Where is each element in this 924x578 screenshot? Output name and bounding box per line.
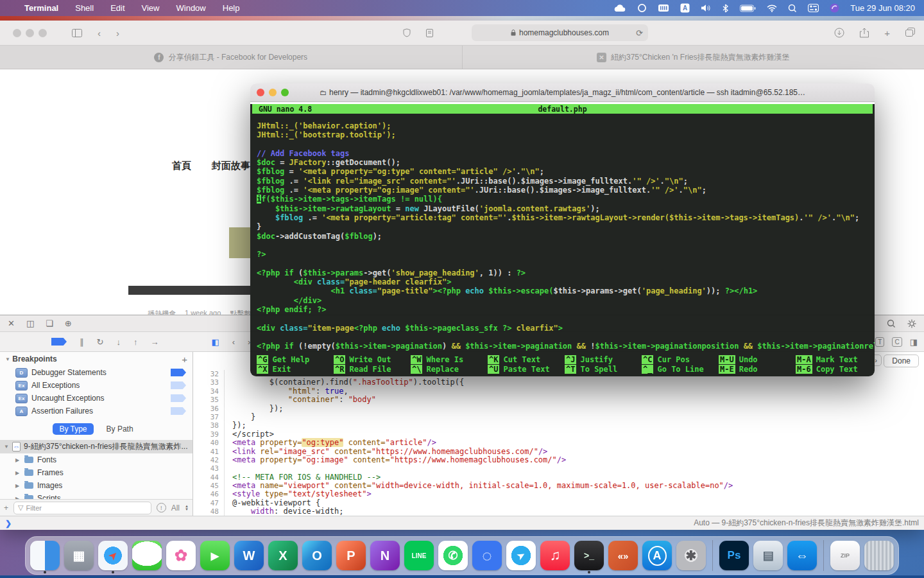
dock-app-line[interactable]: LINE <box>404 538 434 573</box>
zoom-button[interactable] <box>38 29 47 37</box>
terminal-content[interactable]: GNU nano 4.8 default.php JHtml::_('behav… <box>250 104 875 376</box>
sidebar-panel-toggle-icon[interactable]: ◧ <box>211 337 219 347</box>
dock-app-teamviewer[interactable]: ⇔ <box>787 538 817 573</box>
menu-item-help[interactable]: Help <box>223 3 240 13</box>
line-number[interactable]: 40 <box>193 439 225 447</box>
dock-app-photoshop[interactable]: Ps <box>719 538 749 573</box>
dock-app-word[interactable]: W <box>234 538 264 573</box>
filter-scope-label[interactable]: All <box>171 504 180 512</box>
chevron-updown-icon[interactable]: ▲▼ <box>185 505 189 511</box>
share-icon[interactable] <box>860 28 869 39</box>
close-button[interactable] <box>13 29 21 37</box>
resource-folder-images[interactable]: ▶Images <box>0 479 193 492</box>
dock-app-telegram[interactable]: ➤ <box>506 538 536 573</box>
line-number[interactable]: 35 <box>193 396 225 404</box>
dock-app-excel[interactable]: X <box>268 538 298 573</box>
address-bar[interactable]: homemagclubhouses.com ⟳ <box>472 24 648 41</box>
battery-icon[interactable] <box>740 4 756 12</box>
step-over-icon[interactable]: ↻ <box>97 337 104 347</box>
line-number[interactable]: 44 <box>193 473 225 482</box>
resource-folder-frames[interactable]: ▶Frames <box>0 466 193 479</box>
reload-icon[interactable]: ⟳ <box>636 28 643 38</box>
filter-input[interactable]: ▽ Filter <box>13 502 151 514</box>
minimize-button[interactable] <box>26 29 34 37</box>
breakpoint-flag[interactable] <box>171 394 186 402</box>
settings-gear-icon[interactable] <box>907 319 916 328</box>
type-profiler-icon[interactable]: T <box>875 337 884 347</box>
browser-tab[interactable]: ✕紐約375°Chicken 'n Fries排長龍熱賣無激素炸雞漢堡 <box>463 46 924 69</box>
code-coverage-icon[interactable]: C <box>892 337 902 347</box>
element-picker-icon[interactable]: ⊕ <box>65 319 72 328</box>
webpage-nav-item[interactable]: 首頁 <box>172 160 191 172</box>
line-number[interactable]: 41 <box>193 448 225 456</box>
close-inspector-icon[interactable]: ✕ <box>8 319 15 328</box>
dock-app-trash[interactable] <box>864 538 894 573</box>
dock-app-powerpoint[interactable]: P <box>336 538 366 573</box>
breakpoints-header[interactable]: ▼ Breakpoints + <box>0 352 193 366</box>
breakpoint-flag[interactable] <box>171 381 186 389</box>
dock-app-app-store[interactable]: A <box>642 538 672 573</box>
dock-app-photos[interactable]: ✿ <box>166 538 196 573</box>
disclosure-triangle-icon[interactable]: ▶ <box>15 483 21 489</box>
add-filter-icon[interactable]: + <box>4 504 8 512</box>
assistant-icon[interactable] <box>830 3 839 13</box>
forward-icon[interactable]: › <box>116 28 119 39</box>
scope-tab-by-type[interactable]: By Type <box>53 423 93 435</box>
dock-app-messages[interactable] <box>132 538 162 573</box>
browser-tab[interactable]: f分享偵錯工具 - Facebook for Developers <box>0 46 463 69</box>
reader-icon[interactable] <box>426 29 433 37</box>
dock-window-icon[interactable]: ❏ <box>46 319 53 328</box>
issues-icon[interactable]: ! <box>157 503 166 512</box>
dock-app-system-preferences[interactable]: ✱ <box>676 538 706 573</box>
line-number[interactable]: 47 <box>193 499 225 507</box>
step-next-icon[interactable]: → <box>150 337 158 347</box>
webpage-nav-item[interactable]: 封面故事 <box>212 160 250 172</box>
menu-item-view[interactable]: View <box>142 3 160 13</box>
dock-app-signal[interactable]: ◌ <box>472 538 502 573</box>
line-number[interactable]: 34 <box>193 387 225 396</box>
scope-tab-by-path[interactable]: By Path <box>100 423 140 435</box>
spotlight-icon[interactable] <box>788 4 797 13</box>
disclosure-triangle-icon[interactable]: ▼ <box>4 444 9 450</box>
tab-overview-icon[interactable] <box>905 28 915 39</box>
dock-app-safari[interactable]: ➤ <box>98 538 128 573</box>
line-number[interactable]: 48 <box>193 507 225 516</box>
dock-side-icon[interactable]: ◫ <box>26 319 34 328</box>
bluetooth-icon[interactable] <box>722 4 729 13</box>
terminal-titlebar[interactable]: 🗀henry — itadmin@hkgcldlixweb01: /var/ww… <box>250 83 875 102</box>
dock-app-onenote[interactable]: N <box>370 538 400 573</box>
step-out-icon[interactable]: ↑ <box>133 337 138 347</box>
creative-cloud-icon[interactable] <box>637 3 647 13</box>
volume-icon[interactable] <box>701 4 711 12</box>
line-number[interactable]: 45 <box>193 482 225 490</box>
line-number[interactable]: 43 <box>193 464 225 473</box>
back-icon[interactable]: ‹ <box>98 28 101 39</box>
menu-clock[interactable]: Tue 29 Jun 08:20 <box>850 3 915 13</box>
disclosure-triangle-icon[interactable]: ▼ <box>5 356 10 362</box>
disclosure-triangle-icon[interactable]: ▶ <box>15 457 21 463</box>
privacy-shield-icon[interactable] <box>403 28 411 37</box>
dock-app-outlook[interactable]: O <box>302 538 332 573</box>
line-number[interactable]: 42 <box>193 456 225 464</box>
dock-app-finder[interactable] <box>30 538 60 573</box>
menu-item-shell[interactable]: Shell <box>75 3 94 13</box>
menu-item-edit[interactable]: Edit <box>110 3 124 13</box>
dock-app-zip-file[interactable]: ZIP <box>830 538 860 573</box>
resource-folder-fonts[interactable]: ▶Fonts <box>0 453 193 466</box>
dock-app-whatsapp[interactable]: ✆ <box>438 538 468 573</box>
dock-app-facetime[interactable]: ▶ <box>200 538 230 573</box>
line-number[interactable]: 39 <box>193 430 225 439</box>
history-back-icon[interactable]: ‹ <box>232 337 235 347</box>
wifi-icon[interactable] <box>767 4 777 12</box>
right-sidebar-toggle-icon[interactable]: ◨ <box>910 337 918 347</box>
search-icon[interactable] <box>887 319 896 328</box>
disclosure-triangle-icon[interactable]: ▶ <box>15 470 21 476</box>
breakpoint-flag[interactable] <box>171 369 186 376</box>
line-number[interactable]: 32 <box>193 370 225 378</box>
add-breakpoint-icon[interactable]: + <box>182 354 187 365</box>
downloads-icon[interactable] <box>834 28 844 39</box>
breakpoint-flag[interactable] <box>171 407 186 415</box>
dock-app-terminal[interactable]: >_ <box>574 538 604 573</box>
input-source-icon[interactable]: A <box>680 3 690 13</box>
line-number[interactable]: 33 <box>193 378 225 387</box>
